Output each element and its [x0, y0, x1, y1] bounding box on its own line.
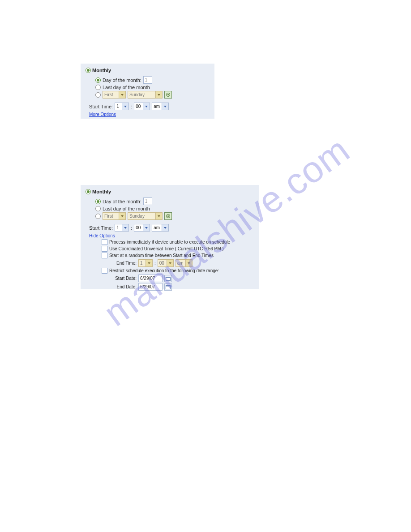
- panel-header: Monthly: [86, 68, 210, 73]
- process-immediately-label: Process immediately if device unable to …: [109, 240, 230, 245]
- svg-point-10: [167, 215, 169, 217]
- day-of-month-label: Day of the month:: [103, 77, 141, 83]
- svg-marker-4: [124, 106, 127, 107]
- use-utc-row: Use Coordinated Universal Time ( Current…: [102, 246, 254, 252]
- svg-marker-6: [164, 106, 167, 107]
- end-date-input[interactable]: 6/29/07: [138, 283, 163, 291]
- random-time-checkbox[interactable]: [102, 253, 107, 258]
- svg-marker-0: [121, 94, 124, 96]
- process-immediately-row: Process immediately if device unable to …: [102, 239, 254, 245]
- last-day-radio[interactable]: [95, 206, 101, 211]
- day-of-month-radio[interactable]: [95, 77, 101, 83]
- start-date-row: Start Date: 6/29/07: [111, 275, 254, 282]
- day-of-month-row: Day of the month: 1: [95, 76, 210, 84]
- chevron-down-icon: [143, 103, 150, 110]
- last-day-row: Last day of the month: [95, 85, 210, 90]
- start-time-row: Start Time: 1 : 00 am: [89, 224, 254, 232]
- hour-select[interactable]: 1: [115, 224, 129, 232]
- svg-marker-5: [145, 106, 148, 107]
- calendar-icon[interactable]: [164, 275, 172, 282]
- minute-select[interactable]: 00: [134, 224, 150, 232]
- monthly-schedule-panel-collapsed: Monthly Day of the month: 1 Last day of …: [81, 64, 214, 119]
- end-date-label: End Date:: [111, 284, 137, 289]
- time-colon: :: [131, 104, 132, 109]
- restrict-range-row: Restrict schedule execution to the follo…: [102, 268, 254, 274]
- svg-marker-8: [158, 215, 160, 217]
- day-of-month-radio[interactable]: [95, 199, 101, 204]
- chevron-down-icon: [122, 224, 128, 231]
- chevron-down-icon: [185, 260, 192, 266]
- hour-select[interactable]: 1: [115, 103, 129, 110]
- last-day-row: Last day of the month: [95, 206, 254, 211]
- restrict-range-label: Restrict schedule execution to the follo…: [109, 268, 219, 273]
- last-day-label: Last day of the month: [103, 85, 150, 90]
- start-time-row: Start Time: 1 : 00 am: [89, 103, 210, 110]
- use-utc-label: Use Coordinated Universal Time ( Current…: [109, 246, 224, 251]
- day-of-month-label: Day of the month:: [103, 199, 141, 204]
- monthly-schedule-panel-expanded: Monthly Day of the month: 1 Last day of …: [81, 185, 259, 289]
- svg-marker-15: [169, 262, 171, 264]
- day-of-month-input[interactable]: 1: [143, 76, 152, 84]
- panel-title: Monthly: [92, 189, 111, 194]
- use-utc-checkbox[interactable]: [102, 246, 107, 252]
- ordinal-radio[interactable]: [95, 214, 101, 219]
- end-time-row: End Time: 1 : 00 am: [111, 259, 254, 267]
- panel-header: Monthly: [86, 189, 254, 194]
- restrict-range-checkbox[interactable]: [102, 268, 107, 274]
- last-day-radio[interactable]: [95, 85, 101, 90]
- end-date-row: End Date: 6/29/07: [111, 283, 254, 291]
- more-options-link[interactable]: More Options: [89, 112, 116, 117]
- chevron-down-icon: [155, 91, 162, 98]
- target-icon[interactable]: [164, 212, 172, 220]
- chevron-down-icon: [122, 103, 128, 110]
- ampm-select[interactable]: am: [152, 224, 169, 232]
- svg-marker-1: [158, 94, 160, 96]
- time-colon: :: [131, 225, 132, 231]
- day-of-month-row: Day of the month: 1: [95, 197, 254, 205]
- ampm-select[interactable]: am: [152, 103, 169, 110]
- calendar-icon[interactable]: [164, 283, 172, 291]
- chevron-down-icon: [155, 213, 162, 219]
- chevron-down-icon: [119, 213, 125, 219]
- start-time-label: Start Time:: [89, 104, 113, 109]
- monthly-radio[interactable]: [86, 189, 91, 194]
- time-colon: :: [154, 261, 156, 266]
- minute-select[interactable]: 00: [134, 103, 150, 110]
- svg-marker-16: [188, 262, 190, 264]
- end-minute-select[interactable]: 00: [158, 259, 174, 267]
- chevron-down-icon: [146, 260, 152, 266]
- start-date-input[interactable]: 6/29/07: [138, 275, 163, 282]
- process-immediately-checkbox[interactable]: [102, 239, 107, 245]
- svg-rect-18: [166, 277, 171, 278]
- end-hour-select[interactable]: 1: [138, 259, 153, 267]
- svg-marker-14: [148, 262, 150, 264]
- svg-marker-12: [145, 227, 148, 229]
- ordinal-day-row: First Sunday: [95, 212, 254, 220]
- chevron-down-icon: [143, 224, 150, 231]
- start-date-label: Start Date:: [111, 276, 137, 281]
- random-time-row: Start at a random time between Start and…: [102, 253, 254, 258]
- chevron-down-icon: [162, 224, 168, 231]
- last-day-label: Last day of the month: [103, 206, 150, 211]
- svg-marker-7: [121, 215, 124, 217]
- ordinal-select[interactable]: First: [103, 212, 126, 220]
- weekday-select[interactable]: Sunday: [128, 91, 163, 99]
- svg-marker-13: [164, 227, 167, 229]
- ordinal-select[interactable]: First: [103, 91, 126, 99]
- weekday-select[interactable]: Sunday: [128, 212, 163, 220]
- chevron-down-icon: [162, 103, 168, 110]
- ordinal-radio[interactable]: [95, 92, 101, 98]
- start-time-label: Start Time:: [89, 225, 113, 231]
- ordinal-day-row: First Sunday: [95, 91, 210, 99]
- svg-rect-20: [166, 285, 171, 286]
- monthly-radio[interactable]: [86, 68, 91, 73]
- end-ampm-select[interactable]: am: [176, 259, 193, 267]
- day-of-month-input[interactable]: 1: [143, 197, 152, 205]
- hide-options-link[interactable]: Hide Options: [89, 233, 115, 238]
- target-icon[interactable]: [164, 91, 172, 99]
- svg-marker-11: [124, 227, 127, 229]
- svg-point-3: [167, 94, 169, 95]
- chevron-down-icon: [167, 260, 173, 266]
- random-time-label: Start at a random time between Start and…: [109, 253, 214, 258]
- end-time-label: End Time:: [111, 261, 137, 266]
